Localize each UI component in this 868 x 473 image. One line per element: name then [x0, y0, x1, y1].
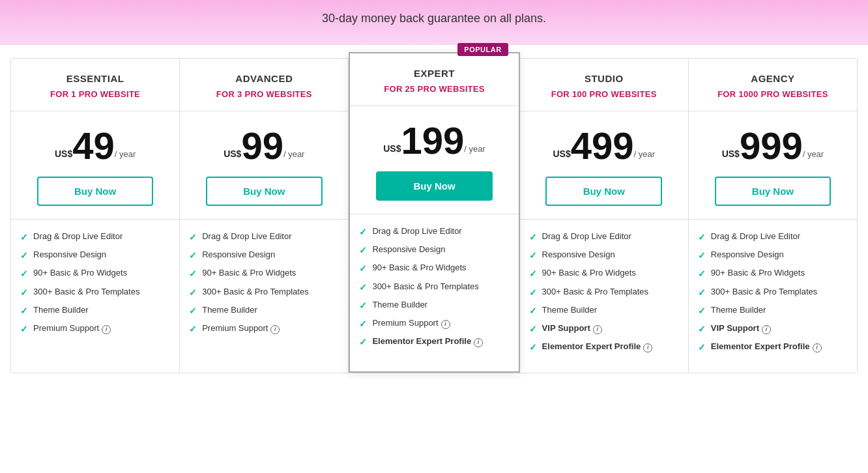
- plan-pricing: US$ 199 / year Buy Now: [350, 106, 518, 214]
- feature-item: ✓ 90+ Basic & Pro Widgets: [529, 268, 679, 280]
- plan-pricing: US$ 49 / year Buy Now: [11, 111, 179, 220]
- checkmark-icon: ✓: [698, 231, 706, 243]
- feature-item: ✓ 90+ Basic & Pro Widgets: [698, 268, 848, 280]
- price-amount: 49: [72, 127, 115, 165]
- feature-item: ✓ Theme Builder: [529, 305, 679, 317]
- feature-text: Elementor Expert Profilei: [711, 341, 822, 352]
- buy-now-button[interactable]: Buy Now: [37, 177, 154, 206]
- feature-item: ✓ Responsive Design: [20, 250, 170, 261]
- buy-now-button[interactable]: Buy Now: [376, 171, 493, 201]
- price-period: / year: [633, 150, 655, 158]
- checkmark-icon: ✓: [359, 263, 367, 274]
- info-icon[interactable]: i: [441, 320, 450, 329]
- checkmark-icon: ✓: [359, 226, 367, 238]
- feature-item: ✓ 300+ Basic & Pro Templates: [189, 287, 339, 298]
- feature-text: Premium Supporti: [33, 323, 111, 334]
- checkmark-icon: ✓: [529, 231, 537, 243]
- plan-pricing: US$ 499 / year Buy Now: [520, 111, 688, 220]
- pricing-table: ESSENTIAL FOR 1 PRO WEBSITE US$ 49 / yea…: [10, 58, 858, 373]
- checkmark-icon: ✓: [189, 231, 197, 243]
- checkmark-icon: ✓: [698, 305, 706, 317]
- checkmark-icon: ✓: [359, 336, 367, 348]
- plan-header: STUDIO FOR 100 PRO WEBSITES: [520, 59, 688, 111]
- buy-now-button[interactable]: Buy Now: [206, 177, 323, 206]
- feature-text: Responsive Design: [372, 244, 445, 255]
- info-icon[interactable]: i: [762, 325, 771, 334]
- feature-text: Theme Builder: [372, 300, 427, 311]
- info-icon[interactable]: i: [643, 343, 652, 352]
- checkmark-icon: ✓: [698, 341, 706, 353]
- feature-text: Theme Builder: [202, 305, 257, 316]
- feature-text: Responsive Design: [542, 250, 615, 261]
- feature-item: ✓ Theme Builder: [359, 300, 509, 311]
- price-currency: US$: [553, 149, 570, 158]
- plan-name: ADVANCED: [186, 73, 341, 84]
- info-icon[interactable]: i: [102, 325, 111, 334]
- checkmark-icon: ✓: [529, 341, 537, 353]
- plan-features: ✓ Drag & Drop Live Editor ✓ Responsive D…: [180, 220, 348, 354]
- info-icon[interactable]: i: [593, 325, 602, 334]
- feature-item: ✓ Drag & Drop Live Editor: [698, 231, 848, 243]
- feature-text: Drag & Drop Live Editor: [202, 231, 291, 242]
- checkmark-icon: ✓: [529, 268, 537, 280]
- feature-text: Elementor Expert Profilei: [372, 336, 483, 347]
- price-block: US$ 49 / year: [18, 127, 173, 165]
- feature-text: Drag & Drop Live Editor: [542, 231, 631, 242]
- checkmark-icon: ✓: [698, 323, 706, 335]
- feature-item: ✓ Drag & Drop Live Editor: [529, 231, 679, 243]
- feature-item: ✓ Theme Builder: [189, 305, 339, 317]
- buy-now-button[interactable]: Buy Now: [715, 177, 832, 206]
- info-icon[interactable]: i: [813, 343, 822, 352]
- price-amount: 199: [401, 122, 464, 160]
- feature-text: Drag & Drop Live Editor: [711, 231, 800, 242]
- price-amount: 499: [571, 127, 634, 165]
- plan-name: STUDIO: [527, 73, 682, 84]
- feature-item: ✓ Drag & Drop Live Editor: [189, 231, 339, 243]
- feature-item: ✓ Drag & Drop Live Editor: [20, 231, 170, 243]
- feature-item: ✓ Elementor Expert Profilei: [359, 336, 509, 348]
- checkmark-icon: ✓: [20, 287, 28, 298]
- checkmark-icon: ✓: [189, 305, 197, 317]
- feature-text: Responsive Design: [711, 250, 784, 261]
- feature-text: 90+ Basic & Pro Widgets: [711, 268, 805, 279]
- info-icon[interactable]: i: [474, 338, 483, 347]
- plan-features: ✓ Drag & Drop Live Editor ✓ Responsive D…: [520, 220, 688, 373]
- price-block: US$ 99 / year: [186, 127, 341, 165]
- checkmark-icon: ✓: [359, 300, 367, 311]
- feature-text: 300+ Basic & Pro Templates: [372, 281, 478, 293]
- checkmark-icon: ✓: [20, 250, 28, 261]
- plan-pricing: US$ 999 / year Buy Now: [689, 111, 857, 220]
- feature-text: 90+ Basic & Pro Widgets: [372, 263, 466, 274]
- checkmark-icon: ✓: [20, 268, 28, 280]
- checkmark-icon: ✓: [359, 244, 367, 256]
- buy-now-button[interactable]: Buy Now: [545, 177, 662, 206]
- checkmark-icon: ✓: [20, 323, 28, 335]
- plan-features: ✓ Drag & Drop Live Editor ✓ Responsive D…: [689, 220, 857, 373]
- plan-col-agency: AGENCY FOR 1000 PRO WEBSITES US$ 999 / y…: [689, 59, 857, 373]
- feature-item: ✓ 300+ Basic & Pro Templates: [359, 281, 509, 293]
- price-period: / year: [283, 150, 305, 158]
- plan-col-essential: ESSENTIAL FOR 1 PRO WEBSITE US$ 49 / yea…: [11, 59, 180, 373]
- feature-item: ✓ Responsive Design: [359, 244, 509, 256]
- feature-text: Drag & Drop Live Editor: [372, 226, 461, 237]
- checkmark-icon: ✓: [529, 287, 537, 298]
- checkmark-icon: ✓: [359, 318, 367, 330]
- price-currency: US$: [383, 144, 401, 153]
- price-currency: US$: [224, 149, 241, 158]
- plan-subtitle: FOR 100 PRO WEBSITES: [527, 89, 682, 99]
- checkmark-icon: ✓: [698, 250, 706, 261]
- feature-item: ✓ VIP Supporti: [529, 323, 679, 335]
- info-icon[interactable]: i: [270, 325, 280, 334]
- feature-text: 300+ Basic & Pro Templates: [202, 287, 308, 298]
- feature-text: 300+ Basic & Pro Templates: [33, 287, 139, 298]
- checkmark-icon: ✓: [529, 305, 537, 317]
- feature-item: ✓ Premium Supporti: [359, 318, 509, 330]
- feature-text: 90+ Basic & Pro Widgets: [542, 268, 636, 279]
- feature-text: Elementor Expert Profilei: [542, 341, 653, 352]
- plan-subtitle: FOR 3 PRO WEBSITES: [186, 89, 341, 99]
- checkmark-icon: ✓: [698, 287, 706, 298]
- feature-item: ✓ 90+ Basic & Pro Widgets: [189, 268, 339, 280]
- plan-header: ESSENTIAL FOR 1 PRO WEBSITE: [11, 59, 179, 111]
- plan-col-advanced: ADVANCED FOR 3 PRO WEBSITES US$ 99 / yea…: [180, 59, 349, 373]
- feature-item: ✓ Responsive Design: [189, 250, 339, 261]
